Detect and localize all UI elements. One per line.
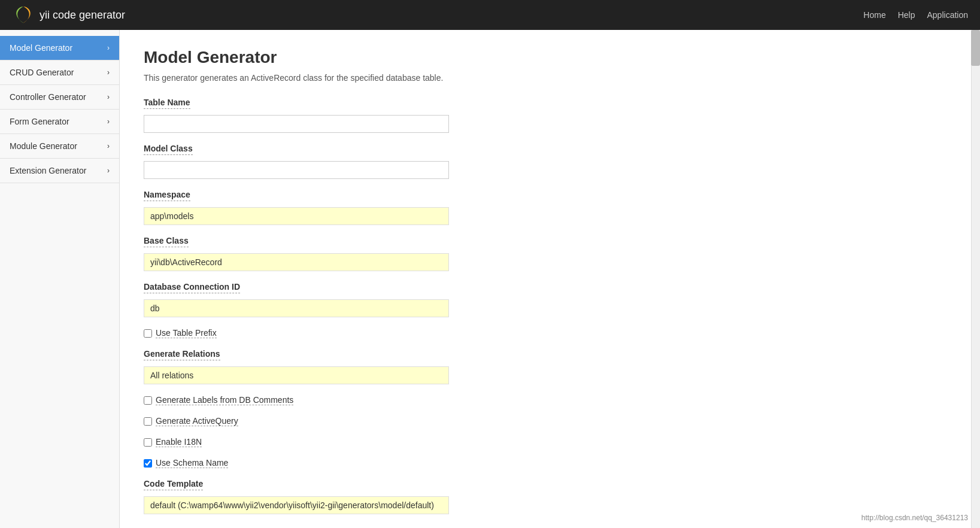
sidebar-item-label: Model Generator	[10, 43, 72, 53]
enable-i18n-label[interactable]: Enable I18N	[156, 437, 202, 447]
nav-help[interactable]: Help	[898, 10, 915, 20]
chevron-right-icon: ›	[107, 117, 110, 126]
brand-title: yii code generator	[40, 9, 125, 22]
sidebar-item-label: CRUD Generator	[10, 68, 74, 77]
scrollbar-thumb[interactable]	[971, 30, 980, 66]
navbar: yii code generator Home Help Application	[0, 0, 980, 30]
generate-relations-value[interactable]: All relations	[144, 366, 449, 384]
table-name-label: Table Name	[144, 98, 190, 109]
use-table-prefix-checkbox[interactable]	[144, 329, 152, 338]
code-template-group: Code Template default (C:\wamp64\www\yii…	[144, 479, 956, 514]
sidebar-item-crud-generator[interactable]: CRUD Generator ›	[0, 60, 119, 85]
base-class-label: Base Class	[144, 236, 189, 247]
sidebar-item-model-generator[interactable]: Model Generator ›	[0, 36, 119, 60]
generate-relations-group: Generate Relations All relations	[144, 349, 956, 384]
table-name-input[interactable]	[144, 115, 449, 133]
use-table-prefix-label[interactable]: Use Table Prefix	[156, 328, 217, 338]
page-subtitle: This generator generates an ActiveRecord…	[144, 73, 956, 83]
page-title: Model Generator	[144, 48, 956, 67]
namespace-value[interactable]: app\models	[144, 207, 449, 225]
chevron-right-icon: ›	[107, 93, 110, 101]
scrollbar-track	[971, 30, 980, 528]
sidebar-item-controller-generator[interactable]: Controller Generator ›	[0, 85, 119, 110]
code-template-value[interactable]: default (C:\wamp64\www\yii2\vendor\yiiso…	[144, 496, 449, 514]
sidebar-item-label: Extension Generator	[10, 166, 86, 175]
generate-activequery-group: Generate ActiveQuery	[144, 416, 956, 426]
use-schema-name-label[interactable]: Use Schema Name	[156, 458, 228, 468]
generate-activequery-checkbox[interactable]	[144, 417, 152, 426]
model-class-group: Model Class	[144, 144, 956, 179]
chevron-right-icon: ›	[107, 166, 110, 175]
enable-i18n-group: Enable I18N	[144, 437, 956, 447]
generate-labels-checkbox[interactable]	[144, 396, 152, 405]
sidebar-item-label: Form Generator	[10, 117, 69, 126]
code-template-label: Code Template	[144, 479, 203, 490]
db-connection-value[interactable]: db	[144, 299, 449, 317]
sidebar-item-module-generator[interactable]: Module Generator ›	[0, 134, 119, 159]
brand: yii code generator	[12, 4, 125, 26]
db-connection-group: Database Connection ID db	[144, 282, 956, 317]
enable-i18n-checkbox[interactable]	[144, 438, 152, 447]
generate-activequery-label[interactable]: Generate ActiveQuery	[156, 416, 238, 426]
table-name-group: Table Name	[144, 98, 956, 133]
base-class-value[interactable]: yii\db\ActiveRecord	[144, 253, 449, 271]
use-schema-name-checkbox[interactable]	[144, 459, 152, 468]
nav-links: Home Help Application	[863, 10, 968, 20]
chevron-right-icon: ›	[107, 142, 110, 150]
nav-home[interactable]: Home	[863, 10, 885, 20]
use-schema-name-group: Use Schema Name	[144, 458, 956, 468]
generate-labels-group: Generate Labels from DB Comments	[144, 395, 956, 405]
sidebar-item-extension-generator[interactable]: Extension Generator ›	[0, 159, 119, 183]
namespace-group: Namespace app\models	[144, 190, 956, 225]
watermark: http://blog.csdn.net/qq_36431213	[861, 514, 968, 522]
model-class-input[interactable]	[144, 161, 449, 179]
base-class-group: Base Class yii\db\ActiveRecord	[144, 236, 956, 271]
main-content: Model Generator This generator generates…	[120, 30, 980, 528]
chevron-right-icon: ›	[107, 44, 110, 52]
model-class-label: Model Class	[144, 144, 193, 155]
namespace-label: Namespace	[144, 190, 190, 201]
sidebar: Model Generator › CRUD Generator › Contr…	[0, 30, 120, 528]
nav-application[interactable]: Application	[927, 10, 969, 20]
yii-logo	[12, 4, 35, 26]
sidebar-item-label: Controller Generator	[10, 92, 86, 102]
sidebar-item-form-generator[interactable]: Form Generator ›	[0, 110, 119, 134]
main-layout: Model Generator › CRUD Generator › Contr…	[0, 30, 980, 528]
generate-relations-label: Generate Relations	[144, 349, 220, 360]
db-connection-label: Database Connection ID	[144, 282, 240, 293]
chevron-right-icon: ›	[107, 68, 110, 77]
use-table-prefix-group: Use Table Prefix	[144, 328, 956, 338]
sidebar-item-label: Module Generator	[10, 141, 77, 151]
generate-labels-label[interactable]: Generate Labels from DB Comments	[156, 395, 293, 405]
